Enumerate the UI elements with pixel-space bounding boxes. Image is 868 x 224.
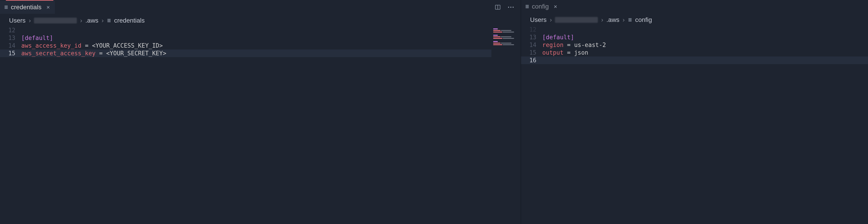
line-number: 12 bbox=[521, 26, 542, 33]
line-number: 14 bbox=[0, 42, 21, 50]
tab-label: config bbox=[532, 3, 549, 10]
svg-point-2 bbox=[508, 7, 509, 8]
editor-pane-right: ≣ config × Users › › .aws › ≣ config 121… bbox=[521, 0, 868, 224]
breadcrumb-segment[interactable]: config bbox=[635, 16, 652, 24]
line-content[interactable]: [default] bbox=[21, 34, 521, 42]
code-line[interactable]: 15output = json bbox=[521, 49, 868, 57]
code-line[interactable]: 12 bbox=[521, 26, 868, 33]
split-editor-icon[interactable] bbox=[494, 4, 501, 11]
breadcrumb-segment-redacted[interactable] bbox=[555, 17, 598, 23]
file-icon: ≣ bbox=[628, 17, 632, 23]
code-line[interactable]: 16 bbox=[521, 57, 868, 64]
svg-point-3 bbox=[510, 7, 512, 8]
line-number: 16 bbox=[521, 57, 542, 64]
line-content[interactable]: aws_access_key_id = <YOUR_ACCESS_KEY_ID> bbox=[21, 42, 521, 50]
breadcrumb-segment[interactable]: Users bbox=[9, 17, 26, 24]
breadcrumb[interactable]: Users › › .aws › ≣ config bbox=[521, 13, 868, 26]
file-icon: ≣ bbox=[4, 4, 8, 10]
line-content[interactable] bbox=[542, 57, 868, 64]
chevron-right-icon: › bbox=[622, 16, 625, 24]
close-icon[interactable]: × bbox=[554, 4, 557, 9]
minimap[interactable] bbox=[491, 26, 521, 224]
chevron-right-icon: › bbox=[101, 17, 103, 24]
breadcrumb-segment[interactable]: .aws bbox=[607, 16, 620, 24]
line-content[interactable]: [default] bbox=[542, 33, 868, 41]
tab-credentials[interactable]: ≣ credentials × bbox=[0, 1, 55, 14]
editor-body-left[interactable]: 1213[default]14aws_access_key_id = <YOUR… bbox=[0, 26, 521, 224]
code-line[interactable]: 13[default] bbox=[521, 33, 868, 41]
breadcrumb-segment[interactable]: Users bbox=[530, 16, 547, 24]
breadcrumb[interactable]: Users › › .aws › ≣ credentials bbox=[0, 14, 521, 26]
file-icon: ≣ bbox=[525, 4, 529, 9]
chevron-right-icon: › bbox=[550, 16, 552, 24]
line-number: 15 bbox=[521, 49, 542, 57]
line-content[interactable]: output = json bbox=[542, 49, 868, 57]
breadcrumb-segment[interactable]: .aws bbox=[86, 17, 98, 24]
chevron-right-icon: › bbox=[80, 17, 82, 24]
more-actions-icon[interactable] bbox=[507, 4, 515, 11]
code-line[interactable]: 12 bbox=[0, 26, 521, 34]
chevron-right-icon: › bbox=[29, 17, 31, 24]
line-content[interactable]: aws_secret_access_key = <YOUR_SECRET_KEY… bbox=[21, 50, 521, 57]
line-content[interactable] bbox=[542, 26, 868, 33]
app-root: ≣ credentials × Users bbox=[0, 0, 868, 224]
tabs-container: ≣ config × bbox=[521, 0, 562, 13]
line-number: 13 bbox=[521, 33, 542, 41]
editor-body-right[interactable]: 1213[default]14region = us-east-215outpu… bbox=[521, 26, 868, 224]
editor-actions-left bbox=[494, 4, 521, 11]
code-line[interactable]: 15aws_secret_access_key = <YOUR_SECRET_K… bbox=[0, 50, 521, 57]
line-number: 12 bbox=[0, 26, 21, 34]
line-content[interactable] bbox=[21, 26, 521, 34]
code-line[interactable]: 14aws_access_key_id = <YOUR_ACCESS_KEY_I… bbox=[0, 42, 521, 50]
tab-config[interactable]: ≣ config × bbox=[521, 0, 562, 13]
chevron-right-icon: › bbox=[601, 16, 603, 24]
code-line[interactable]: 13[default] bbox=[0, 34, 521, 42]
code-line[interactable]: 14region = us-east-2 bbox=[521, 41, 868, 49]
tab-label: credentials bbox=[11, 4, 41, 11]
line-number: 15 bbox=[0, 50, 21, 57]
close-icon[interactable]: × bbox=[46, 4, 50, 10]
line-number: 14 bbox=[521, 41, 542, 49]
breadcrumb-segment[interactable]: credentials bbox=[114, 17, 145, 24]
breadcrumb-segment-redacted[interactable] bbox=[34, 18, 77, 24]
file-icon: ≣ bbox=[107, 18, 111, 24]
tab-bar-right: ≣ config × bbox=[521, 0, 868, 13]
line-content[interactable]: region = us-east-2 bbox=[542, 41, 868, 49]
tabs-container: ≣ credentials × bbox=[0, 1, 55, 14]
tab-bar-left: ≣ credentials × bbox=[0, 1, 521, 14]
line-number: 13 bbox=[0, 34, 21, 42]
svg-point-4 bbox=[513, 7, 514, 8]
editor-pane-left: ≣ credentials × Users bbox=[0, 0, 521, 224]
